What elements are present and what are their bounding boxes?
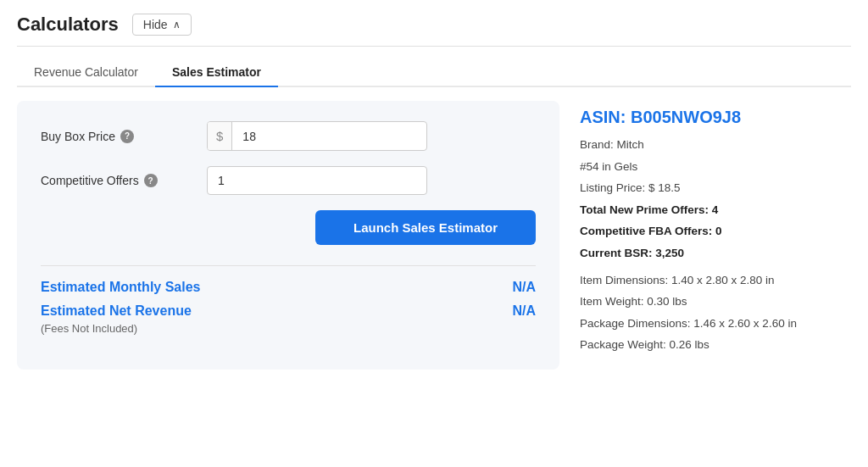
launch-sales-estimator-button[interactable]: Launch Sales Estimator	[315, 210, 536, 245]
competitive-offers-row: Competitive Offers ?	[41, 166, 536, 195]
tab-revenue-calculator[interactable]: Revenue Calculator	[17, 58, 155, 87]
buy-box-price-input-wrapper: $	[207, 121, 427, 151]
page-title: Calculators	[17, 14, 119, 36]
monthly-sales-label: Estimated Monthly Sales	[41, 280, 201, 295]
product-rank: #54 in Gels	[580, 158, 851, 176]
product-current-bsr: Current BSR: 3,250	[580, 244, 851, 263]
competitive-offers-label: Competitive Offers ?	[41, 174, 193, 187]
net-revenue-note: (Fees Not Included)	[41, 322, 536, 335]
monthly-sales-row: Estimated Monthly Sales N/A	[41, 280, 536, 295]
dollar-prefix: $	[208, 122, 232, 150]
product-dimensions-section: Item Dimensions: 1.40 x 2.80 x 2.80 in I…	[580, 271, 851, 354]
results-section: Estimated Monthly Sales N/A Estimated Ne…	[41, 265, 536, 335]
main-layout: Buy Box Price ? $ Competitive Offers ?	[17, 101, 851, 370]
product-item-dimensions: Item Dimensions: 1.40 x 2.80 x 2.80 in	[580, 271, 851, 290]
page-container: Calculators Hide ∧ Revenue Calculator Sa…	[0, 0, 868, 467]
buy-box-price-label: Buy Box Price ?	[41, 130, 193, 143]
tab-sales-estimator[interactable]: Sales Estimator	[155, 58, 278, 87]
hide-label: Hide	[143, 18, 168, 31]
monthly-sales-value: N/A	[512, 280, 536, 295]
net-revenue-label: Estimated Net Revenue	[41, 303, 192, 319]
header: Calculators Hide ∧	[17, 14, 851, 47]
buy-box-price-row: Buy Box Price ? $	[41, 121, 536, 151]
hide-button[interactable]: Hide ∧	[132, 14, 192, 36]
product-package-weight: Package Weight: 0.26 lbs	[580, 336, 851, 354]
competitive-offers-input[interactable]	[208, 167, 426, 194]
net-revenue-row: Estimated Net Revenue N/A	[41, 303, 536, 319]
competitive-offers-help-icon[interactable]: ?	[144, 174, 158, 187]
product-package-dimensions: Package Dimensions: 1.46 x 2.60 x 2.60 i…	[580, 314, 851, 333]
calculator-panel: Buy Box Price ? $ Competitive Offers ?	[17, 101, 559, 370]
net-revenue-value: N/A	[512, 303, 536, 319]
product-listing-price: Listing Price: $ 18.5	[580, 179, 851, 197]
competitive-offers-input-wrapper	[207, 166, 427, 195]
product-item-weight: Item Weight: 0.30 lbs	[580, 292, 851, 311]
chevron-icon: ∧	[173, 19, 181, 31]
tabs-bar: Revenue Calculator Sales Estimator	[17, 58, 851, 87]
buy-box-price-help-icon[interactable]: ?	[120, 130, 134, 143]
asin-title: ASIN: B005NWO9J8	[580, 108, 851, 127]
launch-button-row: Launch Sales Estimator	[41, 210, 536, 245]
product-brand: Brand: Mitch	[580, 136, 851, 154]
buy-box-price-input[interactable]	[232, 123, 426, 150]
product-info-panel: ASIN: B005NWO9J8 Brand: Mitch #54 in Gel…	[580, 101, 851, 370]
product-total-new-prime: Total New Prime Offers: 4	[580, 201, 851, 220]
product-competitive-fba: Competitive FBA Offers: 0	[580, 222, 851, 241]
